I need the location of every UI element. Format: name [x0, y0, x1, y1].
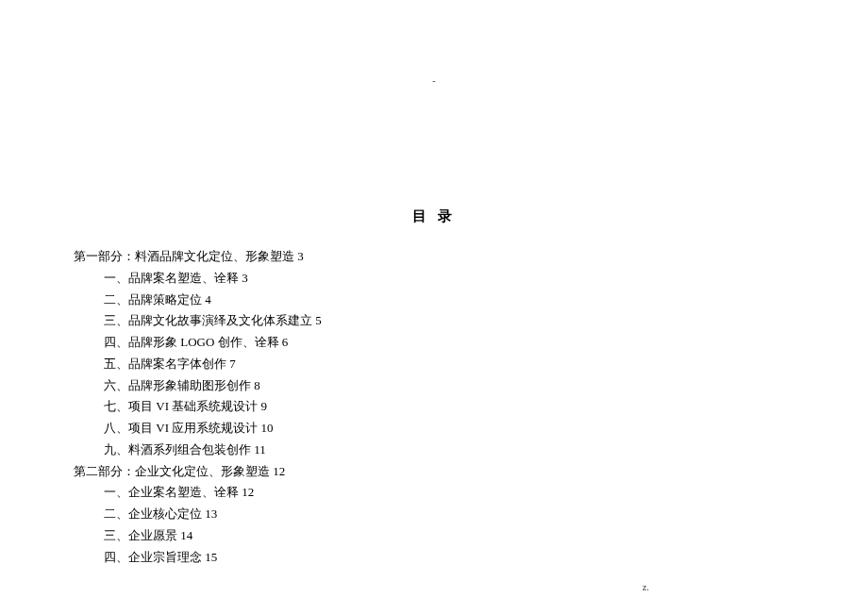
toc-item: 一、品牌案名塑造、诠释 3	[104, 268, 794, 290]
toc-item: 四、品牌形象 LOGO 创作、诠释 6	[104, 332, 794, 354]
toc-item: 三、企业愿景 14	[104, 525, 794, 547]
toc-item: 六、品牌形象辅助图形创作 8	[104, 375, 794, 397]
toc-item: 七、项目 VI 基础系统规设计 9	[104, 396, 794, 418]
toc-item: 八、项目 VI 应用系统规设计 10	[104, 418, 794, 440]
page-mark-top: -	[432, 75, 435, 86]
toc-section: 第一部分：料酒品牌文化定位、形象塑造 3	[74, 246, 794, 268]
toc-item: 二、品牌策略定位 4	[104, 290, 794, 311]
toc-title: 目 录	[74, 207, 794, 225]
toc-item: 一、企业案名塑造、诠释 12	[104, 482, 794, 504]
toc-section: 第二部分：企业文化定位、形象塑造 12	[74, 461, 794, 483]
toc-item: 九、料酒系列组合包装创作 11	[104, 440, 794, 461]
document-content: 目 录 第一部分：料酒品牌文化定位、形象塑造 3一、品牌案名塑造、诠释 3二、品…	[74, 207, 794, 568]
toc-list: 第一部分：料酒品牌文化定位、形象塑造 3一、品牌案名塑造、诠释 3二、品牌策略定…	[74, 246, 794, 568]
toc-item: 五、品牌案名字体创作 7	[104, 354, 794, 375]
toc-item: 二、企业核心定位 13	[104, 504, 794, 525]
toc-item: 四、企业宗旨理念 15	[104, 547, 794, 569]
toc-item: 三、品牌文化故事演绎及文化体系建立 5	[104, 310, 794, 332]
page-mark-bottom: z.	[643, 582, 649, 592]
